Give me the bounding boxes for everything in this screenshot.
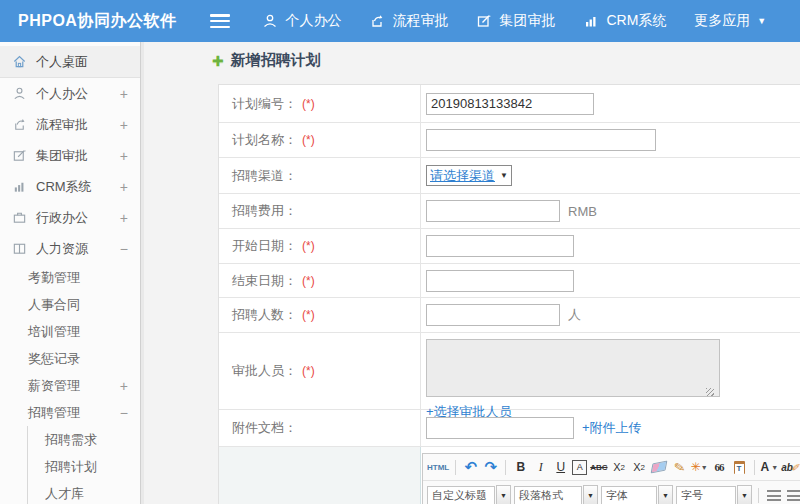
start-date-input[interactable]	[426, 235, 574, 257]
italic-button[interactable]: I	[532, 458, 549, 476]
form-row-recruit-channel: 招聘渠道： 请选择渠道 ▼	[219, 158, 800, 194]
expand-toggle[interactable]: +	[116, 378, 128, 394]
align-center-icon[interactable]	[785, 486, 800, 504]
field-label: 结束日期：	[232, 272, 297, 290]
chevron-down-icon[interactable]: ▼	[737, 485, 752, 504]
required-mark: (*)	[302, 308, 315, 322]
strikethrough-button[interactable]: ABC	[590, 458, 607, 476]
recruit-plan-form: 计划编号： (*) 计划名称： (*) 招聘渠道： 请选择渠道 ▼ 招聘费用：	[218, 84, 800, 504]
person-icon	[262, 13, 278, 29]
sidebar-item-desktop[interactable]: 个人桌面	[0, 46, 140, 78]
paragraph-format-combo[interactable]: 段落格式 ▼	[514, 485, 598, 504]
topnav-crm-system[interactable]: CRM系统	[569, 0, 680, 42]
sidebar-item-human-resources[interactable]: 人力资源 −	[0, 233, 140, 264]
required-mark: (*)	[302, 364, 315, 378]
bold-button[interactable]: B	[512, 458, 529, 476]
sidebar-item-talent-pool[interactable]: 人才库	[28, 480, 140, 504]
plan-name-input[interactable]	[426, 129, 656, 151]
required-mark: (*)	[302, 274, 315, 288]
expand-toggle[interactable]: +	[116, 86, 128, 102]
rich-text-editor: HTML ↶ ↷ B I U A ABC X2 X2 ✎ ✳▼ 66 T	[422, 453, 800, 504]
topnav-workflow-approval[interactable]: 流程审批	[355, 0, 462, 42]
chevron-down-icon[interactable]: ▼	[658, 485, 673, 504]
form-row-start-date: 开始日期： (*)	[219, 229, 800, 264]
sidebar-item-recruit-demand[interactable]: 招聘需求	[28, 426, 140, 453]
expand-toggle[interactable]: +	[116, 117, 128, 133]
expand-toggle[interactable]: +	[116, 148, 128, 164]
eraser-icon[interactable]	[651, 458, 668, 476]
expand-toggle[interactable]: +	[116, 179, 128, 195]
app-logo-title: PHPOA协同办公软件	[0, 11, 176, 32]
chevron-down-icon: ▼	[771, 464, 778, 471]
unit-suffix: 人	[568, 306, 581, 324]
paste-button[interactable]: T	[731, 458, 748, 476]
form-row-plan-number: 计划编号： (*)	[219, 85, 800, 123]
blockquote-button[interactable]: 66	[711, 458, 728, 476]
topnav-more-apps[interactable]: 更多应用 ▼	[680, 0, 780, 42]
custom-heading-combo[interactable]: 自定义标题 ▼	[427, 485, 511, 504]
sidebar-item-workflow-approval[interactable]: 流程审批 +	[0, 109, 140, 140]
topnav-personal-office[interactable]: 个人办公	[248, 0, 355, 42]
font-family-combo[interactable]: 字体 ▼	[601, 485, 673, 504]
approvers-textarea[interactable]	[426, 339, 720, 397]
end-date-input[interactable]	[426, 270, 574, 292]
home-icon	[12, 54, 27, 69]
html-source-button[interactable]: HTML	[427, 458, 449, 476]
channel-select[interactable]: 请选择渠道 ▼	[426, 165, 512, 186]
sidebar-item-admin-office[interactable]: 行政办公 +	[0, 202, 140, 233]
auto-format-dropdown[interactable]: ✳▼	[691, 458, 708, 476]
sidebar-item-salary[interactable]: 薪资管理 +	[0, 372, 140, 399]
sidebar-item-attendance[interactable]: 考勤管理	[0, 264, 140, 291]
required-mark: (*)	[302, 97, 315, 111]
expand-toggle[interactable]: +	[116, 210, 128, 226]
underline-button[interactable]: U	[552, 458, 569, 476]
currency-suffix: RMB	[568, 204, 597, 219]
sidebar-item-recruit-plan[interactable]: 招聘计划	[28, 453, 140, 480]
sidebar-item-hr-contract[interactable]: 人事合同	[0, 291, 140, 318]
attachment-input[interactable]	[426, 417, 574, 439]
sidebar-item-group-approval[interactable]: 集团审批 +	[0, 140, 140, 171]
top-navigation-bar: PHPOA协同办公软件 个人办公 流程审批 集团审批 CRM系统 更多应用 ▼	[0, 0, 800, 42]
cost-input[interactable]	[426, 200, 560, 222]
topnav-group-approval[interactable]: 集团审批	[462, 0, 569, 42]
font-color-dropdown[interactable]: A▼	[761, 458, 779, 476]
briefcase-icon	[12, 210, 27, 225]
sidebar-item-recruit-mgmt[interactable]: 招聘管理 −	[0, 399, 140, 426]
bar-chart-icon	[583, 13, 599, 29]
sidebar: 个人桌面 个人办公 + 流程审批 + 集团审批 + CRM系统 + 行政办公 +…	[0, 42, 141, 504]
format-brush-icon[interactable]: ✎	[669, 457, 689, 478]
page-title-text: 新增招聘计划	[231, 51, 321, 70]
form-row-headcount: 招聘人数： (*) 人	[219, 298, 800, 333]
field-label: 附件文档：	[232, 419, 297, 437]
font-size-combo[interactable]: 字号 ▼	[676, 485, 752, 504]
headcount-input[interactable]	[426, 304, 560, 326]
collapse-toggle[interactable]: −	[116, 405, 128, 421]
superscript-button[interactable]: X2	[611, 458, 628, 476]
sidebar-item-training[interactable]: 培训管理	[0, 318, 140, 345]
attachment-upload-link[interactable]: +附件上传	[582, 419, 642, 437]
field-label: 计划名称：	[232, 131, 297, 149]
chevron-down-icon[interactable]: ▼	[583, 485, 598, 504]
form-row-plan-name: 计划名称： (*)	[219, 123, 800, 158]
edit-icon	[12, 148, 27, 163]
collapse-toggle[interactable]: −	[116, 241, 128, 257]
pen-icon: ✐	[791, 462, 799, 473]
hamburger-menu-icon[interactable]	[210, 14, 230, 28]
edit-icon	[476, 13, 492, 29]
char-border-button[interactable]: A	[572, 460, 587, 475]
sidebar-item-personal-office[interactable]: 个人办公 +	[0, 78, 140, 109]
plan-number-input[interactable]	[426, 93, 594, 115]
chevron-down-icon[interactable]: ▼	[496, 485, 511, 504]
highlight-color-dropdown[interactable]: ab✐▼	[781, 458, 800, 476]
undo-icon[interactable]: ↶	[462, 458, 479, 476]
green-plus-icon: ✚	[212, 53, 224, 69]
align-left-icon[interactable]	[765, 486, 782, 504]
bar-chart-icon	[12, 179, 27, 194]
subscript-button[interactable]: X2	[631, 458, 648, 476]
field-label: 招聘人数：	[232, 306, 297, 324]
redo-icon[interactable]: ↷	[482, 458, 499, 476]
flow-arrow-icon	[12, 117, 27, 132]
sidebar-item-rewards[interactable]: 奖惩记录	[0, 345, 140, 372]
sidebar-item-crm[interactable]: CRM系统 +	[0, 171, 140, 202]
editor-toolbar-row-1: HTML ↶ ↷ B I U A ABC X2 X2 ✎ ✳▼ 66 T	[423, 454, 800, 481]
